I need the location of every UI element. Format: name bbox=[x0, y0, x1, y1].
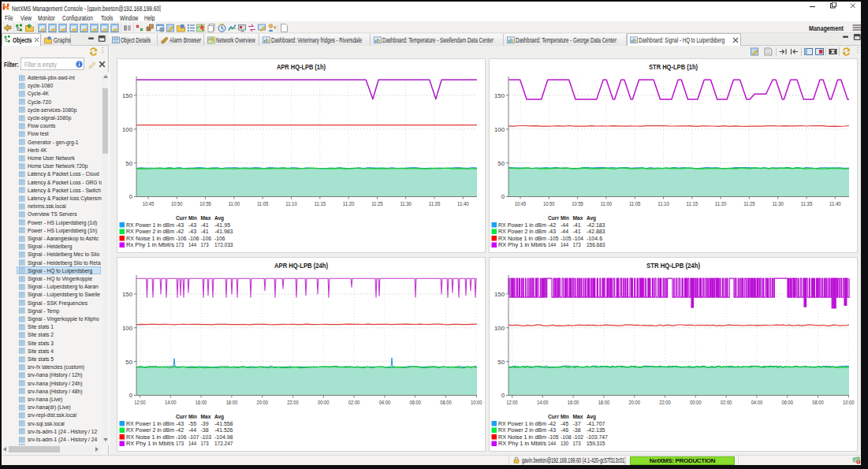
svg-text:18:00: 18:00 bbox=[226, 399, 238, 406]
svg-text:150: 150 bbox=[494, 291, 505, 298]
svg-text:144: 144 bbox=[548, 440, 557, 447]
svg-text:14:00: 14:00 bbox=[165, 399, 177, 406]
svg-text:Min: Min bbox=[188, 214, 197, 221]
svg-text:06:00: 06:00 bbox=[781, 399, 793, 406]
svg-text:Avg: Avg bbox=[214, 413, 224, 420]
svg-text:04:00: 04:00 bbox=[379, 399, 391, 406]
svg-text:144: 144 bbox=[548, 241, 557, 248]
svg-text:Max: Max bbox=[201, 413, 211, 420]
svg-text:Min: Min bbox=[561, 413, 569, 420]
svg-text:11:15: 11:15 bbox=[315, 200, 326, 207]
svg-text:11:10: 11:10 bbox=[285, 200, 297, 207]
svg-text:11:00: 11:00 bbox=[601, 200, 613, 207]
svg-text:11:30: 11:30 bbox=[400, 200, 412, 207]
svg-text:06:00: 06:00 bbox=[409, 399, 421, 406]
svg-text:22:00: 22:00 bbox=[287, 399, 299, 406]
svg-text:16:00: 16:00 bbox=[196, 399, 207, 406]
svg-text:Avg: Avg bbox=[587, 413, 596, 420]
svg-text:144: 144 bbox=[561, 241, 569, 248]
svg-text:11:15: 11:15 bbox=[687, 200, 698, 207]
svg-text:10:00: 10:00 bbox=[471, 399, 482, 406]
svg-text:20:00: 20:00 bbox=[628, 399, 640, 406]
svg-text:11:20: 11:20 bbox=[715, 200, 727, 207]
svg-text:08:00: 08:00 bbox=[440, 399, 452, 406]
svg-text:Rx Phy 1 in Mbit/s: Rx Phy 1 in Mbit/s bbox=[126, 241, 174, 248]
svg-text:0: 0 bbox=[501, 392, 505, 399]
svg-text:0: 0 bbox=[129, 193, 133, 200]
svg-text:02:00: 02:00 bbox=[721, 399, 732, 406]
svg-text:173: 173 bbox=[176, 241, 184, 248]
svg-text:130: 130 bbox=[561, 440, 569, 447]
svg-text:50: 50 bbox=[497, 160, 505, 167]
svg-text:150: 150 bbox=[122, 92, 133, 99]
svg-text:10:45: 10:45 bbox=[143, 200, 155, 207]
svg-text:11:30: 11:30 bbox=[772, 200, 784, 207]
svg-text:150: 150 bbox=[122, 291, 133, 298]
svg-text:APR HQ-LPB (24h): APR HQ-LPB (24h) bbox=[274, 262, 328, 270]
svg-text:Avg: Avg bbox=[214, 214, 224, 221]
svg-text:159.315: 159.315 bbox=[587, 440, 605, 447]
svg-text:20:00: 20:00 bbox=[256, 399, 268, 406]
svg-text:11:40: 11:40 bbox=[829, 200, 841, 207]
svg-text:11:35: 11:35 bbox=[801, 200, 813, 207]
svg-text:STR HQ-LPB (1h): STR HQ-LPB (1h) bbox=[649, 63, 698, 71]
svg-text:11:05: 11:05 bbox=[629, 200, 641, 207]
svg-text:18:00: 18:00 bbox=[598, 399, 610, 406]
svg-text:00:00: 00:00 bbox=[318, 399, 330, 406]
svg-text:100: 100 bbox=[122, 126, 133, 133]
svg-text:0: 0 bbox=[129, 392, 133, 399]
svg-text:RX Phy 1 in Mbit/s: RX Phy 1 in Mbit/s bbox=[126, 440, 174, 447]
svg-text:172.247: 172.247 bbox=[214, 440, 233, 447]
svg-text:Avg: Avg bbox=[587, 214, 596, 221]
svg-text:04:00: 04:00 bbox=[751, 399, 763, 406]
svg-text:11:00: 11:00 bbox=[229, 200, 240, 207]
svg-text:144: 144 bbox=[188, 241, 197, 248]
svg-text:50: 50 bbox=[125, 160, 132, 167]
svg-text:Max: Max bbox=[573, 214, 583, 221]
svg-text:02:00: 02:00 bbox=[348, 399, 360, 406]
svg-text:08:00: 08:00 bbox=[812, 399, 824, 406]
svg-text:Curr: Curr bbox=[548, 214, 559, 221]
svg-text:173: 173 bbox=[573, 440, 582, 447]
svg-text:Curr: Curr bbox=[548, 413, 559, 420]
svg-text:10:00: 10:00 bbox=[843, 399, 855, 406]
svg-text:Max: Max bbox=[573, 413, 583, 420]
svg-text:150: 150 bbox=[494, 92, 505, 99]
svg-text:173: 173 bbox=[176, 440, 184, 447]
svg-text:22:00: 22:00 bbox=[659, 399, 671, 406]
svg-text:50: 50 bbox=[125, 359, 132, 366]
svg-text:Curr: Curr bbox=[176, 214, 187, 221]
svg-text:Max: Max bbox=[201, 214, 211, 221]
svg-text:144: 144 bbox=[188, 440, 197, 447]
svg-text:Curr: Curr bbox=[176, 413, 187, 420]
svg-text:173: 173 bbox=[201, 241, 210, 248]
svg-text:11:05: 11:05 bbox=[257, 200, 269, 207]
svg-text:10:55: 10:55 bbox=[199, 200, 211, 207]
svg-text:11:40: 11:40 bbox=[457, 200, 469, 207]
svg-text:10:50: 10:50 bbox=[543, 200, 555, 207]
svg-text:00:00: 00:00 bbox=[690, 399, 702, 406]
svg-text:16:00: 16:00 bbox=[568, 399, 579, 406]
svg-text:100: 100 bbox=[122, 325, 133, 332]
svg-text:173: 173 bbox=[573, 241, 582, 248]
svg-text:12:00: 12:00 bbox=[134, 399, 146, 406]
svg-text:100: 100 bbox=[494, 325, 505, 332]
svg-text:11:25: 11:25 bbox=[371, 200, 383, 207]
svg-text:172.033: 172.033 bbox=[214, 241, 233, 248]
svg-text:100: 100 bbox=[494, 126, 505, 133]
svg-text:Min: Min bbox=[188, 413, 197, 420]
svg-text:10:45: 10:45 bbox=[515, 200, 527, 207]
svg-text:12:00: 12:00 bbox=[506, 399, 518, 406]
svg-text:156.683: 156.683 bbox=[587, 241, 605, 248]
svg-text:RX Phy 1 in Mbit/s: RX Phy 1 in Mbit/s bbox=[498, 241, 546, 248]
svg-text:10:55: 10:55 bbox=[572, 200, 583, 207]
svg-text:173: 173 bbox=[201, 440, 210, 447]
svg-text:RX Phy 1 in Mbit/s: RX Phy 1 in Mbit/s bbox=[498, 440, 546, 447]
svg-text:Min: Min bbox=[561, 214, 569, 221]
svg-text:STR HQ-LPB (24h): STR HQ-LPB (24h) bbox=[646, 262, 700, 270]
svg-text:50: 50 bbox=[497, 359, 505, 366]
svg-text:11:35: 11:35 bbox=[429, 200, 441, 207]
svg-text:14:00: 14:00 bbox=[537, 399, 549, 406]
svg-text:11:20: 11:20 bbox=[343, 200, 355, 207]
svg-text:11:25: 11:25 bbox=[743, 200, 755, 207]
